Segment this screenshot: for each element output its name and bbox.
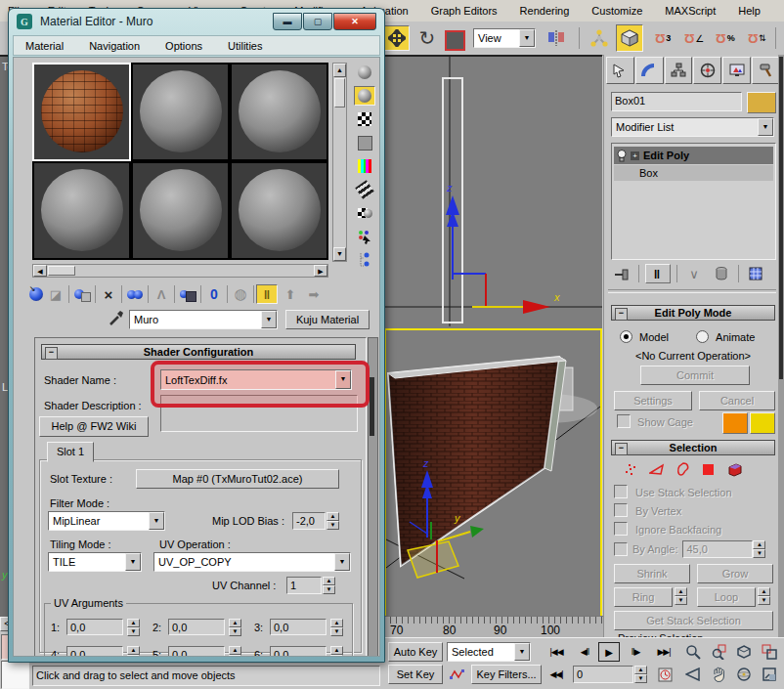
uv-arg-3-spinner[interactable]: ▲▼ bbox=[330, 619, 343, 635]
me-menu-material[interactable]: Material bbox=[23, 40, 65, 52]
uv-arg-4-spinner[interactable]: ▲▼ bbox=[127, 646, 140, 657]
close-icon[interactable]: ✕ bbox=[333, 13, 376, 30]
chevron-down-icon[interactable]: ▼ bbox=[261, 311, 277, 328]
settings-button[interactable]: Settings bbox=[614, 391, 692, 410]
mip-lod-bias-spinner[interactable]: ▲▼ bbox=[327, 512, 339, 530]
maxscript-mini-listener-white[interactable] bbox=[1, 661, 29, 689]
get-stack-selection-button[interactable]: Get Stack Selection bbox=[614, 611, 773, 630]
chevron-down-icon[interactable]: ▼ bbox=[335, 370, 351, 389]
manipulate-button[interactable] bbox=[587, 25, 612, 51]
arc-rotate-icon[interactable] bbox=[731, 665, 757, 684]
make-unique-stack-icon[interactable]: ∨ bbox=[683, 264, 705, 283]
configure-modifier-sets-icon[interactable] bbox=[745, 264, 766, 283]
zoom-extents-icon[interactable] bbox=[731, 642, 757, 662]
make-material-copy-icon[interactable] bbox=[124, 284, 146, 304]
by-angle-spinner[interactable]: ▲▼ bbox=[753, 540, 765, 558]
menu-maxscript[interactable]: MAXScript bbox=[663, 5, 718, 17]
spinner-down-icon[interactable]: ▼ bbox=[229, 627, 241, 636]
command-panel-scrollbar[interactable] bbox=[778, 55, 784, 637]
lightbulb-icon[interactable] bbox=[617, 150, 627, 162]
mip-lod-bias-field[interactable]: -2,0 bbox=[292, 512, 326, 530]
make-unique-icon[interactable]: Λ bbox=[151, 284, 172, 304]
scroll-thumb[interactable] bbox=[48, 266, 75, 276]
slots-horizontal-scrollbar[interactable]: ◀ ▶ bbox=[32, 264, 328, 278]
scroll-down-icon[interactable]: ▼ bbox=[333, 247, 346, 261]
show-cage-checkbox[interactable] bbox=[617, 414, 631, 428]
sample-slot-3[interactable] bbox=[230, 63, 328, 161]
uv-channel-field[interactable]: 1 bbox=[286, 577, 322, 594]
loop-spinner[interactable]: ▲▼ bbox=[758, 587, 770, 607]
use-stack-selection-checkbox[interactable] bbox=[614, 485, 628, 498]
time-ruler[interactable]: 70 80 90 100 bbox=[384, 616, 603, 637]
select-and-rotate-button[interactable]: ↻ bbox=[414, 25, 440, 51]
radio-model-circle[interactable] bbox=[620, 330, 632, 343]
scroll-right-icon[interactable]: ▶ bbox=[314, 265, 327, 277]
remove-modifier-icon[interactable] bbox=[711, 264, 732, 283]
set-key-mode-icon[interactable] bbox=[447, 665, 468, 684]
show-end-result-icon[interactable]: ‖ bbox=[256, 284, 278, 304]
spinner-down-icon[interactable]: ▼ bbox=[229, 655, 241, 657]
me-menu-utilities[interactable]: Utilities bbox=[226, 40, 264, 52]
vertex-icon[interactable] bbox=[624, 462, 637, 476]
collapse-icon[interactable]: − bbox=[45, 347, 58, 360]
sample-slot-2[interactable] bbox=[131, 63, 230, 161]
menu-rendering[interactable]: Rendering bbox=[518, 5, 572, 17]
tiling-mode-dropdown[interactable]: TILE ▼ bbox=[48, 552, 142, 572]
maximize-button[interactable]: ▢ bbox=[303, 13, 332, 30]
spinner-down-icon[interactable]: ▼ bbox=[127, 655, 140, 657]
spinner-up-icon[interactable]: ▲ bbox=[229, 646, 241, 655]
by-vertex-checkbox[interactable] bbox=[614, 503, 628, 517]
ignore-backfacing-checkbox[interactable] bbox=[614, 522, 628, 536]
zoom-extents-all-icon[interactable] bbox=[757, 642, 782, 662]
slots-vertical-scrollbar[interactable]: ▲ ▼ bbox=[332, 63, 347, 262]
border-icon[interactable] bbox=[676, 462, 690, 476]
put-material-to-scene-icon[interactable]: ◪ bbox=[45, 284, 66, 304]
show-map-in-viewport-icon[interactable]: ◍ bbox=[230, 284, 251, 304]
go-forward-to-sibling-icon[interactable]: ➡ bbox=[303, 284, 325, 304]
filter-mode-dropdown[interactable]: MipLinear ▼ bbox=[48, 511, 165, 531]
material-id-channel-icon[interactable]: 0 bbox=[203, 284, 225, 304]
tab-motion[interactable] bbox=[693, 57, 721, 84]
edit-poly-mode-rollout-header[interactable]: − Edit Poly Mode bbox=[611, 305, 775, 321]
set-key-button[interactable]: Set Key bbox=[388, 665, 443, 684]
grow-button[interactable]: Grow bbox=[697, 564, 773, 583]
radio-animate[interactable]: Animate bbox=[696, 330, 755, 343]
scroll-thumb[interactable] bbox=[334, 78, 345, 108]
spinner-down-icon[interactable]: ▼ bbox=[675, 596, 687, 605]
uv-arg-2-field[interactable]: 0,0 bbox=[168, 619, 225, 635]
material-editor-window[interactable]: G Material Editor - Muro ▬ ▢ ✕ Material … bbox=[8, 8, 385, 663]
spinner-down-icon[interactable]: ▼ bbox=[330, 655, 343, 657]
slot-texture-button[interactable]: Map #0 (TxMuroTut02.ace) bbox=[136, 469, 339, 489]
spinner-up-icon[interactable]: ▲ bbox=[634, 666, 647, 674]
spinner-up-icon[interactable]: ▲ bbox=[127, 619, 140, 627]
loop-button[interactable]: Loop bbox=[697, 587, 756, 607]
min-max-toggle-icon[interactable] bbox=[757, 665, 782, 684]
slot-1-tab[interactable]: Slot 1 bbox=[47, 442, 94, 462]
menu-customize[interactable]: Customize bbox=[589, 5, 644, 17]
spinner-up-icon[interactable]: ▲ bbox=[327, 512, 339, 521]
uv-arg-5-spinner[interactable]: ▲▼ bbox=[229, 646, 241, 657]
spinner-down-icon[interactable]: ▼ bbox=[323, 585, 335, 594]
uv-arg-6-spinner[interactable]: ▲▼ bbox=[330, 646, 343, 657]
pick-material-from-object-icon[interactable] bbox=[108, 310, 125, 327]
cancel-button[interactable]: Cancel bbox=[699, 391, 775, 410]
minimize-button[interactable]: ▬ bbox=[273, 13, 302, 30]
percent-snap-button[interactable]: Ω% bbox=[712, 25, 739, 51]
zoom-icon[interactable] bbox=[680, 642, 706, 662]
polygon-icon[interactable] bbox=[702, 462, 716, 476]
spinner-up-icon[interactable]: ▲ bbox=[753, 540, 765, 549]
selection-set-dropdown[interactable]: Selected ▼ bbox=[447, 642, 531, 662]
spinner-up-icon[interactable]: ▲ bbox=[330, 646, 343, 655]
perspective-viewport[interactable]: z y bbox=[384, 328, 602, 635]
stack-row-edit-poly[interactable]: + Edit Poly bbox=[614, 147, 773, 164]
select-and-move-button[interactable] bbox=[384, 25, 410, 51]
cage-color-swatch[interactable] bbox=[722, 412, 748, 434]
sample-slot-1-brick[interactable] bbox=[32, 63, 131, 161]
by-angle-checkbox[interactable] bbox=[614, 542, 628, 556]
object-name-field[interactable]: Box01 bbox=[611, 92, 742, 111]
tab-hierarchy[interactable] bbox=[665, 57, 693, 84]
pin-stack-icon[interactable] bbox=[611, 264, 632, 283]
spinner-up-icon[interactable]: ▲ bbox=[675, 587, 687, 596]
make-preview-icon[interactable] bbox=[354, 180, 375, 199]
spinner-up-icon[interactable]: ▲ bbox=[758, 587, 770, 596]
